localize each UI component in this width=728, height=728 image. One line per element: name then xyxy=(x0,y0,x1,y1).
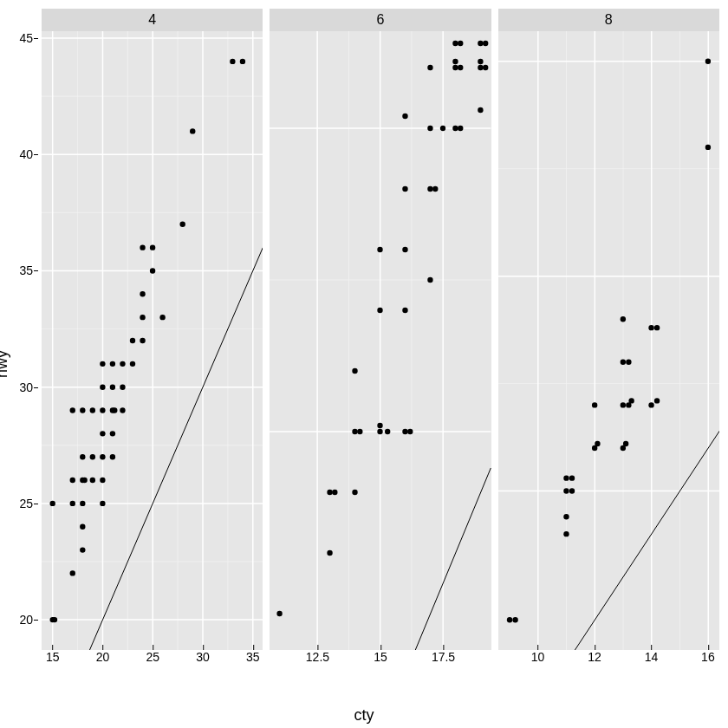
svg-point-100 xyxy=(458,126,463,131)
svg-point-151 xyxy=(705,59,710,64)
svg-point-128 xyxy=(512,617,517,622)
svg-point-31 xyxy=(90,478,95,483)
facet-panel: 41520253035 xyxy=(42,9,263,679)
plot-area: 152025 xyxy=(498,31,719,650)
svg-point-136 xyxy=(595,441,600,446)
svg-point-147 xyxy=(648,325,653,330)
svg-point-41 xyxy=(90,407,95,413)
plot-area xyxy=(42,31,263,650)
svg-point-110 xyxy=(453,41,458,46)
svg-point-50 xyxy=(100,501,105,506)
svg-point-44 xyxy=(112,407,117,413)
x-axis-label: cty xyxy=(354,706,374,725)
svg-point-96 xyxy=(432,186,438,192)
svg-point-24 xyxy=(70,570,75,575)
y-axis-ticks: 202530354045 xyxy=(0,31,38,650)
svg-point-79 xyxy=(332,490,337,495)
svg-point-56 xyxy=(140,338,145,343)
svg-point-86 xyxy=(385,429,390,434)
svg-point-139 xyxy=(592,402,597,407)
svg-point-36 xyxy=(110,454,115,459)
svg-point-77 xyxy=(328,550,333,556)
svg-point-87 xyxy=(403,429,408,434)
svg-point-149 xyxy=(620,316,625,322)
svg-point-94 xyxy=(403,186,408,192)
svg-point-140 xyxy=(620,402,625,407)
svg-point-131 xyxy=(563,488,569,493)
svg-point-28 xyxy=(70,478,75,483)
svg-point-51 xyxy=(100,361,105,367)
svg-point-22 xyxy=(52,617,57,622)
svg-point-98 xyxy=(440,126,445,131)
svg-point-93 xyxy=(428,277,433,283)
svg-point-127 xyxy=(507,617,512,622)
svg-point-102 xyxy=(403,114,408,119)
svg-point-35 xyxy=(100,454,105,459)
facet-panel: 815202510121416 xyxy=(498,9,719,679)
svg-point-23 xyxy=(49,501,55,506)
svg-point-99 xyxy=(453,126,458,131)
svg-point-30 xyxy=(81,478,87,483)
svg-point-76 xyxy=(277,611,283,616)
svg-point-91 xyxy=(378,247,383,252)
svg-point-144 xyxy=(654,398,660,403)
svg-point-101 xyxy=(478,107,484,113)
svg-point-108 xyxy=(453,59,458,64)
svg-point-89 xyxy=(378,308,383,313)
svg-point-81 xyxy=(353,429,358,434)
faceted-scatter-chart: hwy cty 202530354045 415202530356202512.… xyxy=(0,0,728,728)
svg-point-60 xyxy=(150,268,155,273)
svg-point-84 xyxy=(378,429,383,434)
facet-strip-label: 6 xyxy=(270,9,491,31)
svg-point-37 xyxy=(100,431,105,436)
svg-point-85 xyxy=(378,423,383,428)
svg-point-45 xyxy=(120,407,125,413)
svg-point-32 xyxy=(100,478,105,483)
svg-point-66 xyxy=(240,59,245,64)
x-axis-ticks: 10121416 xyxy=(498,650,719,679)
svg-point-142 xyxy=(628,398,634,403)
svg-point-95 xyxy=(428,186,433,192)
svg-point-39 xyxy=(70,407,75,413)
x-axis-ticks: 12.51517.5 xyxy=(270,650,491,679)
svg-point-103 xyxy=(428,65,433,70)
svg-point-62 xyxy=(150,244,155,250)
svg-point-57 xyxy=(140,315,145,320)
svg-point-130 xyxy=(563,514,569,519)
svg-point-150 xyxy=(705,145,710,150)
svg-point-138 xyxy=(623,441,628,446)
svg-point-112 xyxy=(478,41,484,46)
svg-point-82 xyxy=(357,429,362,434)
facet-panel: 6202512.51517.5 xyxy=(270,9,491,679)
x-axis-ticks: 1520253035 xyxy=(42,650,263,679)
svg-point-52 xyxy=(110,361,115,367)
svg-point-42 xyxy=(100,407,105,413)
svg-point-92 xyxy=(403,247,408,252)
svg-point-49 xyxy=(80,547,85,552)
svg-point-97 xyxy=(428,126,433,131)
svg-point-107 xyxy=(483,65,488,70)
svg-point-53 xyxy=(120,361,125,367)
svg-point-134 xyxy=(569,475,574,480)
facet-strip-label: 8 xyxy=(498,9,719,31)
svg-point-65 xyxy=(230,59,235,64)
svg-point-111 xyxy=(458,41,463,46)
svg-point-40 xyxy=(80,407,85,413)
svg-point-46 xyxy=(100,384,105,389)
svg-point-26 xyxy=(80,524,85,530)
svg-point-27 xyxy=(80,501,85,506)
svg-point-54 xyxy=(130,361,135,367)
svg-point-106 xyxy=(478,65,484,70)
svg-point-83 xyxy=(353,368,358,374)
svg-point-48 xyxy=(120,384,125,389)
svg-point-88 xyxy=(407,429,413,434)
svg-point-132 xyxy=(569,488,574,493)
svg-point-33 xyxy=(80,454,85,459)
svg-point-105 xyxy=(458,65,463,70)
svg-point-80 xyxy=(353,490,358,495)
svg-point-64 xyxy=(190,128,195,133)
svg-point-61 xyxy=(140,244,145,250)
svg-point-55 xyxy=(130,338,135,343)
svg-point-78 xyxy=(328,490,333,495)
svg-point-58 xyxy=(159,315,165,320)
